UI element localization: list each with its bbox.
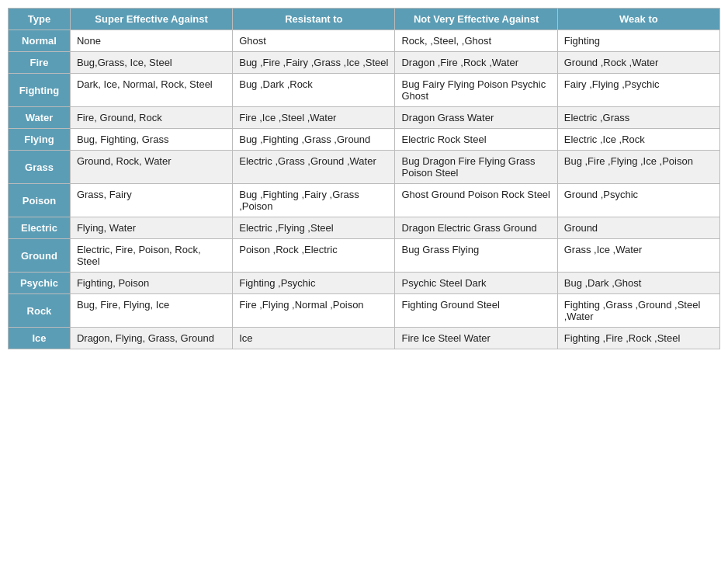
type-chart-table: Type Super Effective Against Resistant t… xyxy=(8,8,720,349)
cell-super_effective: Electric, Fire, Poison, Rock, Steel xyxy=(70,239,232,273)
col-super-effective: Super Effective Against xyxy=(70,9,232,30)
cell-resistant: Electric ,Grass ,Ground ,Water xyxy=(233,151,395,184)
cell-super_effective: Grass, Fairy xyxy=(70,184,232,217)
cell-resistant: Poison ,Rock ,Electric xyxy=(233,239,395,273)
cell-not_very_effective: Psychic Steel Dark xyxy=(395,273,557,294)
table-row: WaterFire, Ground, RockFire ,Ice ,Steel … xyxy=(9,107,720,129)
type-cell: Fighting xyxy=(9,74,71,107)
cell-resistant: Ice xyxy=(233,328,395,349)
cell-not_very_effective: Bug Grass Flying xyxy=(395,239,557,273)
cell-resistant: Bug ,Fighting ,Fairy ,Grass ,Poison xyxy=(233,184,395,217)
cell-weak_to: Fighting ,Fire ,Rock ,Steel xyxy=(557,328,719,349)
cell-resistant: Ghost xyxy=(233,30,395,52)
type-cell: Ground xyxy=(9,239,71,273)
table-row: PoisonGrass, FairyBug ,Fighting ,Fairy ,… xyxy=(9,184,720,217)
cell-resistant: Fighting ,Psychic xyxy=(233,273,395,294)
cell-weak_to: Bug ,Fire ,Flying ,Ice ,Poison xyxy=(557,151,719,184)
cell-weak_to: Fighting ,Grass ,Ground ,Steel ,Water xyxy=(557,294,719,328)
cell-not_very_effective: Bug Fairy Flying Poison Psychic Ghost xyxy=(395,74,557,107)
type-cell: Rock xyxy=(9,294,71,328)
cell-super_effective: Bug,Grass, Ice, Steel xyxy=(70,52,232,74)
col-resistant: Resistant to xyxy=(233,9,395,30)
cell-weak_to: Grass ,Ice ,Water xyxy=(557,239,719,273)
cell-super_effective: Dark, Ice, Normal, Rock, Steel xyxy=(70,74,232,107)
type-cell: Grass xyxy=(9,151,71,184)
table-row: ElectricFlying, WaterElectric ,Flying ,S… xyxy=(9,217,720,239)
cell-not_very_effective: Dragon Electric Grass Ground xyxy=(395,217,557,239)
cell-not_very_effective: Fighting Ground Steel xyxy=(395,294,557,328)
header-row: Type Super Effective Against Resistant t… xyxy=(9,9,720,30)
cell-resistant: Bug ,Fire ,Fairy ,Grass ,Ice ,Steel xyxy=(233,52,395,74)
cell-super_effective: Dragon, Flying, Grass, Ground xyxy=(70,328,232,349)
table-row: NormalNoneGhostRock, ,Steel, ,GhostFight… xyxy=(9,30,720,52)
cell-weak_to: Ground ,Psychic xyxy=(557,184,719,217)
cell-weak_to: Ground xyxy=(557,217,719,239)
cell-super_effective: Fighting, Poison xyxy=(70,273,232,294)
table-row: GroundElectric, Fire, Poison, Rock, Stee… xyxy=(9,239,720,273)
table-row: PsychicFighting, PoisonFighting ,Psychic… xyxy=(9,273,720,294)
cell-weak_to: Fairy ,Flying ,Psychic xyxy=(557,74,719,107)
type-cell: Poison xyxy=(9,184,71,217)
cell-super_effective: Fire, Ground, Rock xyxy=(70,107,232,129)
cell-not_very_effective: Dragon ,Fire ,Rock ,Water xyxy=(395,52,557,74)
type-cell: Psychic xyxy=(9,273,71,294)
type-cell: Electric xyxy=(9,217,71,239)
type-cell: Fire xyxy=(9,52,71,74)
col-weak-to: Weak to xyxy=(557,9,719,30)
cell-resistant: Bug ,Dark ,Rock xyxy=(233,74,395,107)
cell-not_very_effective: Rock, ,Steel, ,Ghost xyxy=(395,30,557,52)
cell-super_effective: Bug, Fighting, Grass xyxy=(70,129,232,151)
type-cell: Ice xyxy=(9,328,71,349)
cell-not_very_effective: Bug Dragon Fire Flying Grass Poison Stee… xyxy=(395,151,557,184)
table-row: GrassGround, Rock, WaterElectric ,Grass … xyxy=(9,151,720,184)
table-row: RockBug, Fire, Flying, IceFire ,Flying ,… xyxy=(9,294,720,328)
table-row: IceDragon, Flying, Grass, GroundIceFire … xyxy=(9,328,720,349)
cell-resistant: Fire ,Flying ,Normal ,Poison xyxy=(233,294,395,328)
cell-not_very_effective: Ghost Ground Poison Rock Steel xyxy=(395,184,557,217)
cell-weak_to: Bug ,Dark ,Ghost xyxy=(557,273,719,294)
cell-super_effective: None xyxy=(70,30,232,52)
cell-not_very_effective: Dragon Grass Water xyxy=(395,107,557,129)
cell-resistant: Electric ,Flying ,Steel xyxy=(233,217,395,239)
table-row: FireBug,Grass, Ice, SteelBug ,Fire ,Fair… xyxy=(9,52,720,74)
cell-resistant: Fire ,Ice ,Steel ,Water xyxy=(233,107,395,129)
cell-weak_to: Ground ,Rock ,Water xyxy=(557,52,719,74)
type-cell: Flying xyxy=(9,129,71,151)
cell-weak_to: Electric ,Ice ,Rock xyxy=(557,129,719,151)
cell-not_very_effective: Electric Rock Steel xyxy=(395,129,557,151)
col-type: Type xyxy=(9,9,71,30)
type-cell: Water xyxy=(9,107,71,129)
cell-weak_to: Electric ,Grass xyxy=(557,107,719,129)
cell-super_effective: Flying, Water xyxy=(70,217,232,239)
table-row: FlyingBug, Fighting, GrassBug ,Fighting … xyxy=(9,129,720,151)
cell-super_effective: Ground, Rock, Water xyxy=(70,151,232,184)
col-not-very-effective: Not Very Effective Against xyxy=(395,9,557,30)
cell-not_very_effective: Fire Ice Steel Water xyxy=(395,328,557,349)
cell-weak_to: Fighting xyxy=(557,30,719,52)
table-row: FightingDark, Ice, Normal, Rock, SteelBu… xyxy=(9,74,720,107)
type-cell: Normal xyxy=(9,30,71,52)
cell-super_effective: Bug, Fire, Flying, Ice xyxy=(70,294,232,328)
cell-resistant: Bug ,Fighting ,Grass ,Ground xyxy=(233,129,395,151)
